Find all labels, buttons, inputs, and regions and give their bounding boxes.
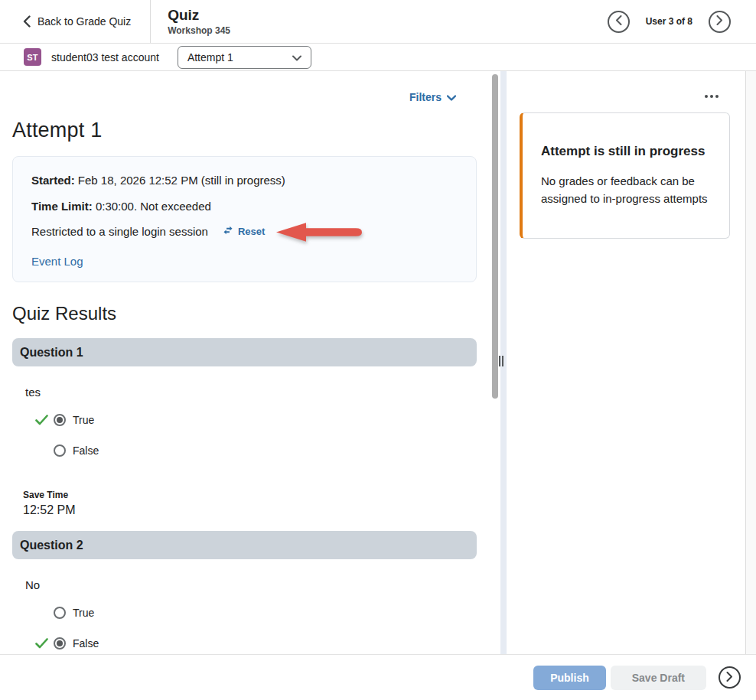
divider-grip-icon[interactable] xyxy=(499,356,503,366)
time-limit-label: Time Limit: xyxy=(31,200,93,213)
alert-title: Attempt is still in progress xyxy=(541,144,711,159)
attempt-details-pane: Filters Attempt 1 Started: Feb 18, 2026 … xyxy=(0,71,490,654)
correct-answer-check-icon xyxy=(35,638,54,649)
chevron-left-icon xyxy=(23,15,31,28)
red-annotation-arrow xyxy=(275,220,365,246)
reset-login-session-button[interactable]: Reset xyxy=(223,225,265,238)
question-2-text: No xyxy=(12,578,477,591)
save-time-value: 12:52 PM xyxy=(23,503,477,517)
chevron-left-icon xyxy=(615,15,622,28)
option-label: False xyxy=(73,444,99,457)
option-label: True xyxy=(73,607,94,619)
top-header: Back to Grade Quiz Quiz Workshop 345 Use… xyxy=(0,0,756,44)
ellipsis-icon xyxy=(715,95,719,98)
more-options-button[interactable] xyxy=(702,92,722,101)
previous-user-button[interactable] xyxy=(608,11,630,33)
question-1-header: Question 1 xyxy=(12,338,477,366)
filters-row: Filters xyxy=(12,71,477,103)
started-value: Feb 18, 2026 12:52 PM (still in progress… xyxy=(78,174,285,187)
chevron-down-icon xyxy=(292,51,301,63)
filters-dropdown[interactable]: Filters xyxy=(409,91,456,103)
correct-answer-check-icon xyxy=(35,415,54,425)
page-subtitle: Workshop 345 xyxy=(168,25,230,36)
question-1-text: tes xyxy=(12,386,477,399)
radio-unselected[interactable] xyxy=(54,607,66,619)
chevron-right-icon xyxy=(726,672,733,684)
question-2-option-false: False xyxy=(12,634,477,653)
reset-label: Reset xyxy=(238,226,265,237)
ellipsis-icon xyxy=(710,95,713,98)
radio-unselected[interactable] xyxy=(54,444,66,457)
attempt-title: Attempt 1 xyxy=(12,119,477,142)
time-limit-line: Time Limit: 0:30:00. Not exceeded xyxy=(31,199,458,213)
chevron-right-icon xyxy=(716,15,723,28)
left-pane-scrollbar-thumb[interactable] xyxy=(492,74,498,399)
publish-button[interactable]: Publish xyxy=(533,666,606,690)
ellipsis-icon xyxy=(705,95,708,98)
radio-selected[interactable] xyxy=(54,637,66,650)
swap-arrows-icon xyxy=(223,225,233,238)
chevron-down-icon xyxy=(447,91,456,103)
save-time-block: Save Time 12:52 PM xyxy=(12,490,477,517)
page-title-block: Quiz Workshop 345 xyxy=(168,7,230,36)
grading-side-panel: Attempt is still in progress No grades o… xyxy=(507,71,746,654)
back-to-grade-quiz-button[interactable]: Back to Grade Quiz xyxy=(23,15,131,28)
question-1-option-true: True xyxy=(12,411,477,429)
login-restriction-line: Restricted to a single login session Res… xyxy=(31,225,458,238)
content-area: Filters Attempt 1 Started: Feb 18, 2026 … xyxy=(0,71,756,654)
option-label: True xyxy=(73,414,94,426)
started-label: Started: xyxy=(31,174,75,187)
next-user-footer-button[interactable] xyxy=(719,666,741,689)
started-line: Started: Feb 18, 2026 12:52 PM (still in… xyxy=(31,173,458,187)
event-log-link[interactable]: Event Log xyxy=(31,255,83,268)
next-user-button[interactable] xyxy=(709,11,731,33)
in-progress-alert: Attempt is still in progress No grades o… xyxy=(520,112,730,239)
footer-action-bar: Publish Save Draft xyxy=(0,654,756,700)
panel-toolbar xyxy=(507,71,745,101)
save-draft-button[interactable]: Save Draft xyxy=(611,666,706,690)
back-label: Back to Grade Quiz xyxy=(37,15,131,28)
grade-quiz-app: Back to Grade Quiz Quiz Workshop 345 Use… xyxy=(0,0,756,700)
student-avatar: ST xyxy=(24,48,41,66)
user-pagination-label: User 3 of 8 xyxy=(646,16,692,27)
question-2-header: Question 2 xyxy=(12,531,477,559)
right-gutter xyxy=(746,71,756,654)
save-time-label: Save Time xyxy=(23,490,477,500)
radio-selected[interactable] xyxy=(54,414,66,426)
time-limit-value: 0:30:00. Not exceeded xyxy=(96,200,211,213)
attempt-info-box: Started: Feb 18, 2026 12:52 PM (still in… xyxy=(12,156,477,282)
student-name: student03 test account xyxy=(51,51,159,63)
header-divider xyxy=(150,0,151,43)
filters-label: Filters xyxy=(409,91,442,103)
attempt-select-value: Attempt 1 xyxy=(187,51,286,63)
question-2-option-true: True xyxy=(12,604,477,622)
option-label: False xyxy=(73,637,99,650)
student-bar: ST student03 test account Attempt 1 xyxy=(0,44,756,71)
attempt-select-dropdown[interactable]: Attempt 1 xyxy=(178,46,311,69)
pane-resize-divider[interactable] xyxy=(500,71,507,654)
quiz-results-title: Quiz Results xyxy=(12,303,477,324)
page-title: Quiz xyxy=(168,7,230,24)
restriction-text: Restricted to a single login session xyxy=(31,225,208,238)
question-1-option-false: False xyxy=(12,441,477,460)
alert-body: No grades or feedback can be assigned to… xyxy=(541,172,711,207)
